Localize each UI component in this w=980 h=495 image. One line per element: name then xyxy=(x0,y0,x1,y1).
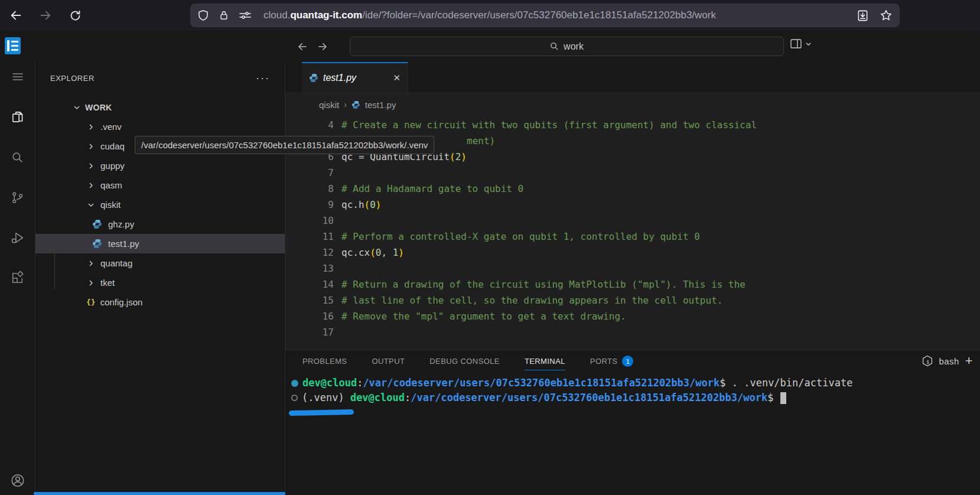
command-center-search[interactable]: work xyxy=(350,37,784,56)
file-tree: WORK .venv cudaq guppy xyxy=(35,97,285,312)
lock-icon[interactable] xyxy=(219,10,229,21)
chevron-right-icon xyxy=(86,181,96,190)
text-segment: . .venv/bin/activate xyxy=(725,377,852,389)
code-line[interactable]: 11# Perform a controlled-X gate on qubit… xyxy=(285,229,980,245)
line-number: 8 xyxy=(285,181,334,197)
bottom-panel: PROBLEMS OUTPUT DEBUG CONSOLE TERMINAL P… xyxy=(285,350,980,495)
bash-terminal-icon: $ xyxy=(922,355,933,367)
text-segment: $ xyxy=(767,392,773,403)
svg-text:$: $ xyxy=(926,360,929,365)
tree-item-qasm[interactable]: qasm xyxy=(35,175,285,195)
tab-problems[interactable]: PROBLEMS xyxy=(302,351,347,370)
tab-debug-console[interactable]: DEBUG CONSOLE xyxy=(429,351,500,370)
tree-item-test1-py[interactable]: test1.py xyxy=(35,234,285,253)
terminal-prompt-bullet xyxy=(291,380,298,387)
line-number: 9 xyxy=(285,197,334,213)
tree-item-qiskit[interactable]: qiskit xyxy=(35,195,285,214)
permissions-icon[interactable] xyxy=(239,10,252,21)
code-line[interactable]: 4# Create a new circuit with two qubits … xyxy=(285,117,980,133)
text-segment: ( xyxy=(450,151,455,162)
source-control-icon[interactable] xyxy=(10,190,25,205)
text-segment: 2 xyxy=(455,151,461,162)
code-line[interactable]: 12qc.cx(0, 1) xyxy=(285,245,980,260)
search-icon[interactable] xyxy=(10,149,25,165)
run-debug-icon[interactable] xyxy=(10,230,25,245)
save-page-icon[interactable] xyxy=(857,9,869,22)
layout-icon xyxy=(790,39,802,48)
tab-label: test1.py xyxy=(323,73,356,83)
tree-item-ghz-py[interactable]: ghz.py xyxy=(35,214,285,234)
browser-back-icon[interactable] xyxy=(8,8,24,23)
code-server-logo[interactable] xyxy=(5,37,21,54)
text-segment: ) xyxy=(376,199,382,210)
code-line[interactable]: 17 xyxy=(285,324,980,340)
tab-terminal[interactable]: TERMINAL xyxy=(525,351,565,370)
tab-ports[interactable]: PORTS 1 xyxy=(590,350,634,372)
search-value: work xyxy=(564,41,584,52)
browser-reload-icon[interactable] xyxy=(67,8,83,23)
text-segment: qc.h xyxy=(341,199,364,210)
tree-item-venv[interactable]: .venv xyxy=(35,117,285,136)
code-line[interactable]: 8# Add a Hadamard gate to qubit 0 xyxy=(285,181,980,197)
text-segment: qc.cx xyxy=(341,247,370,258)
text-segment: # Create a new circuit with two qubits (… xyxy=(341,119,757,131)
breadcrumb-file[interactable]: test1.py xyxy=(365,100,396,110)
activity-bar xyxy=(0,62,35,495)
account-icon[interactable] xyxy=(10,473,25,488)
explorer-icon[interactable] xyxy=(10,109,25,125)
terminal-line[interactable]: dev@cloud:/var/codeserver/users/07c53276… xyxy=(291,376,980,390)
text-segment: ) xyxy=(398,247,404,258)
code-line[interactable]: 16# Remove the "mpl" argument to get a t… xyxy=(285,308,980,324)
terminal-view[interactable]: dev@cloud:/var/codeserver/users/07c53276… xyxy=(285,372,980,405)
code-line[interactable]: 14# Return a drawing of the circuit usin… xyxy=(285,276,980,292)
tab-output[interactable]: OUTPUT xyxy=(372,351,405,370)
text-segment: # Remove the "mpl" argument to get a tex… xyxy=(341,311,626,322)
new-terminal-icon[interactable]: + xyxy=(965,353,973,369)
chevron-down-icon xyxy=(86,200,96,210)
chevron-right-icon xyxy=(86,122,96,132)
tree-item-quantag[interactable]: quantag xyxy=(35,253,285,273)
address-bar[interactable]: cloud.quantag-it.com/ide/?folder=/var/co… xyxy=(190,4,900,27)
browser-forward-icon[interactable] xyxy=(38,8,53,23)
panel-tab-bar: PROBLEMS OUTPUT DEBUG CONSOLE TERMINAL P… xyxy=(285,350,980,372)
tree-item-tket[interactable]: tket xyxy=(35,273,285,292)
terminal-prompt-bullet xyxy=(291,395,298,401)
code-line[interactable]: 7 xyxy=(285,165,980,181)
tree-item-work[interactable]: WORK xyxy=(35,97,285,117)
shell-label[interactable]: bash xyxy=(939,356,959,366)
python-icon xyxy=(92,239,102,249)
tab-test1-py[interactable]: test1.py ✕ xyxy=(302,62,408,93)
tree-item-guppy[interactable]: guppy xyxy=(35,156,285,175)
url-text[interactable]: cloud.quantag-it.com/ide/?folder=/var/co… xyxy=(263,9,716,21)
menu-icon[interactable] xyxy=(10,69,25,84)
tree-item-config-json[interactable]: {} config.json xyxy=(35,292,285,312)
code-line[interactable]: 13 xyxy=(285,260,980,276)
close-icon[interactable]: ✕ xyxy=(393,73,401,83)
breadcrumb-folder[interactable]: qiskit xyxy=(319,100,339,110)
extensions-icon[interactable] xyxy=(10,270,25,285)
customize-layout-button[interactable] xyxy=(790,39,812,48)
json-icon: {} xyxy=(86,298,96,307)
text-segment: ( xyxy=(364,199,370,210)
text-segment: 1 xyxy=(393,247,399,258)
bookmark-star-icon[interactable] xyxy=(880,9,893,22)
text-segment: # last line of the cell, so the drawing … xyxy=(341,295,722,306)
nav-forward-icon[interactable] xyxy=(317,41,328,52)
more-actions-icon[interactable]: ··· xyxy=(256,72,270,84)
code-line[interactable]: 10 xyxy=(285,213,980,229)
nav-back-icon[interactable] xyxy=(297,41,308,52)
terminal-line[interactable]: (.venv) dev@cloud:/var/codeserver/users/… xyxy=(291,390,980,405)
text-segment: : xyxy=(405,392,411,403)
chevron-right-icon xyxy=(86,259,96,268)
path-tooltip: /var/codeserver/users/07c532760eb1e1c181… xyxy=(135,136,434,154)
line-number: 13 xyxy=(285,260,334,276)
code-line[interactable]: 15# last line of the cell, so the drawin… xyxy=(285,292,980,308)
line-number: 11 xyxy=(285,229,334,245)
line-number: 12 xyxy=(285,245,334,260)
terminal-lines: dev@cloud:/var/codeserver/users/07c53276… xyxy=(291,376,980,405)
search-icon xyxy=(550,42,559,51)
text-segment: ( xyxy=(370,247,376,258)
shield-icon[interactable] xyxy=(197,9,209,21)
line-number: 7 xyxy=(285,165,334,181)
code-line[interactable]: 9qc.h(0) xyxy=(285,197,980,213)
